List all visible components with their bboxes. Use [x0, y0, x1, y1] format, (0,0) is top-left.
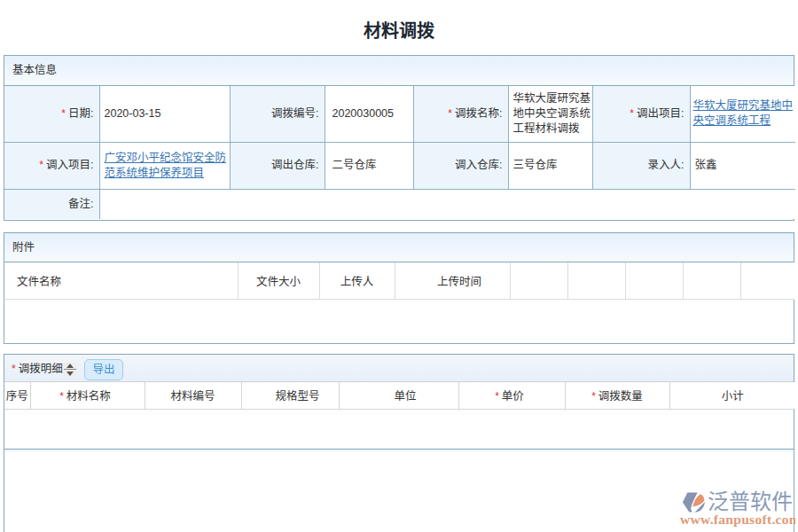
svg-text:泛普软件: 泛普软件: [708, 489, 793, 513]
svg-text:www.fanpusoft.com: www.fanpusoft.com: [680, 512, 795, 527]
